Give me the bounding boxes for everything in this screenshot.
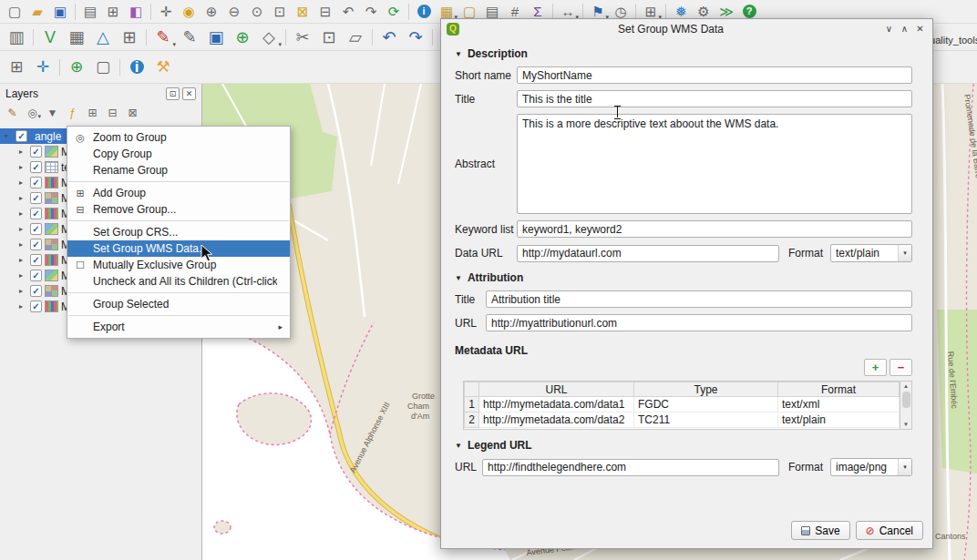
attribution-section-header[interactable]: ▼ Attribution [455,271,912,284]
menu-item-uncheck-children[interactable]: Uncheck and All its Children (Ctrl-click… [67,273,290,290]
options-wrench-icon[interactable]: ⚒ ▾ [150,55,176,80]
zoom-to-selection-icon[interactable]: ⊠ ▾ [292,2,314,22]
float-panel-icon[interactable]: ⊡ [166,87,180,100]
dialog-titlebar[interactable]: Q Set Group WMS Data ∨ ∧ ✕ [441,19,932,38]
add-vector-layer-icon[interactable]: V ▾ [37,25,63,49]
what-is-this-icon[interactable]: i ▾ [124,55,149,80]
layer-checkbox[interactable]: ✓ [15,130,27,142]
menu-item-zoom-to-group[interactable]: ◎ Zoom to Group [67,129,290,146]
save-button[interactable]: Save [791,521,849,540]
zoom-full-icon[interactable]: ⊡ ▾ [269,2,291,22]
layer-checkbox[interactable]: ✓ [30,270,42,281]
expand-all-icon[interactable]: ⊞ ▾ [84,104,101,121]
description-section-header[interactable]: ▼ Description [455,47,912,60]
attribution-url-input[interactable] [486,314,912,331]
identify-features-icon[interactable]: i ▾ [413,2,435,22]
menu-item-mutually-exclusive-group[interactable]: ☐ Mutually Exclusive Group [67,257,290,273]
metadata-table-row[interactable]: 1 http://mymetadata.com/data1 FGDC text/… [465,397,900,412]
pan-to-selection-icon[interactable]: ◉ ▾ [178,2,200,22]
menu-item-set-group-crs[interactable]: Set Group CRS... [67,224,290,240]
refresh-map-icon[interactable]: ⟳ ▾ [383,2,405,22]
style-manager-icon[interactable]: ◧ ▾ [125,2,147,22]
coordinate-capture-icon[interactable]: ✛ ▾ [30,55,56,80]
menu-item-group-selected[interactable]: Group Selected [67,296,290,312]
table-scrollbar[interactable]: ▲ ▼ [900,382,911,429]
url-cell[interactable]: http://mymetadata.com/data1 [479,397,634,412]
close-dialog-icon[interactable]: ✕ [913,24,927,34]
add-delimited-text-icon[interactable]: ⊞ ▾ [117,25,142,49]
duplicate-view-icon[interactable]: ⊞ ▾ [4,55,29,80]
open-layer-styling-icon[interactable]: ✎ ▾ [4,104,21,121]
type-cell[interactable]: FGDC [634,397,778,412]
add-raster-layer-icon[interactable]: ▦ ▾ [64,25,89,49]
data-url-format-combo[interactable]: text/plain ▾ [830,244,912,262]
zoom-out-icon[interactable]: ⊖ ▾ [223,2,245,22]
zoom-last-icon[interactable]: ↶ ▾ [337,2,359,22]
layer-checkbox[interactable]: ✓ [30,254,42,266]
format-cell[interactable]: text/plain [778,412,900,428]
type-cell[interactable]: TC211 [634,412,778,428]
metadata-table-row[interactable]: 2 http://mymetadata.com/data2 TC211 text… [465,412,900,428]
manage-map-themes-icon[interactable]: ◎ ▾ [24,104,41,121]
redo-icon[interactable]: ↷ ▾ [403,25,428,49]
title-input[interactable] [517,90,912,107]
open-project-icon[interactable]: ▰ ▾ [26,2,48,22]
cancel-button[interactable]: ⊘ Cancel [856,521,923,540]
zoom-native-icon[interactable]: ⊙ ▾ [246,2,268,22]
format-cell[interactable]: text/xml [778,397,900,412]
expander-icon[interactable]: ▸ [19,240,27,249]
current-edits-icon[interactable]: ✎ ▾ [150,25,176,49]
filter-by-expression-icon[interactable]: ƒ ▾ [64,104,81,121]
layer-checkbox[interactable]: ✓ [30,285,42,297]
data-source-manager-icon[interactable]: ▥ ▾ [4,25,29,49]
expander-icon[interactable]: ▸ [19,178,27,187]
layer-checkbox[interactable]: ✓ [30,239,42,250]
expander-icon[interactable]: ▸ [19,163,27,171]
add-mesh-layer-icon[interactable]: △ ▾ [90,25,116,49]
filter-legend-icon[interactable]: ▼ ▾ [44,104,61,121]
layer-checkbox[interactable]: ✓ [30,208,42,219]
short-name-input[interactable] [517,66,912,84]
new-print-layout-icon[interactable]: ▤ ▾ [79,2,101,22]
expander-icon[interactable]: ▸ [19,225,27,233]
expander-icon[interactable]: ▾ [5,132,13,140]
layer-checkbox[interactable]: ✓ [30,177,42,188]
scroll-down-icon[interactable]: ▼ [903,420,909,429]
new-project-icon[interactable]: ▢ ▾ [4,2,26,22]
legend-url-section-header[interactable]: ▼ Legend URL [455,439,912,452]
url-cell[interactable]: http://mymetadata.com/data2 [479,412,634,428]
add-feature-icon[interactable]: ⊕ ▾ [230,25,255,49]
toggle-editing-icon[interactable]: ✎ ▾ [177,25,202,49]
layer-checkbox[interactable]: ✓ [30,192,42,204]
expander-icon[interactable]: ▸ [19,287,27,295]
paste-features-icon[interactable]: ▱ ▾ [343,25,368,49]
add-annotation-icon[interactable]: ⊕ ▾ [64,55,89,80]
menu-item-remove-group[interactable]: ⊟ Remove Group... [67,201,290,218]
cut-features-icon[interactable]: ✂ ▾ [290,25,315,49]
save-edits-icon[interactable]: ▣ ▾ [203,25,229,49]
layer-checkbox[interactable]: ✓ [30,223,42,235]
legend-format-combo[interactable]: image/png ▾ [830,458,912,476]
layer-checkbox[interactable]: ✓ [30,300,42,312]
scrollbar-thumb[interactable] [902,392,910,408]
pan-map-icon[interactable]: ✛ ▾ [155,2,177,22]
vertex-tool-icon[interactable]: ◇ ▾ [256,25,282,49]
remove-metadata-row-button[interactable]: − [890,359,912,376]
collapse-all-icon[interactable]: ⊟ ▾ [104,104,121,121]
data-url-input[interactable] [517,245,779,262]
zoom-to-layer-icon[interactable]: ⊟ ▾ [314,2,336,22]
abstract-textarea[interactable]: This is a more descriptive text aboout t… [517,114,912,214]
keyword-list-input[interactable] [517,220,912,238]
expander-icon[interactable]: ▸ [19,209,27,218]
attribution-title-input[interactable] [486,290,912,308]
select-annotation-icon[interactable]: ▢ ▾ [90,55,116,80]
close-panel-icon[interactable]: ✕ [182,87,196,100]
legend-url-input[interactable] [482,459,779,476]
save-project-icon[interactable]: ▣ ▾ [49,2,71,22]
layer-checkbox[interactable]: ✓ [30,146,42,158]
menu-item-add-group[interactable]: ⊞ Add Group [67,185,290,201]
remove-layer-icon[interactable]: ⊠ ▾ [124,104,141,121]
dock-down-icon[interactable]: ∨ [882,24,896,34]
expander-icon[interactable]: ▸ [19,194,27,202]
menu-item-set-group-wms-data[interactable]: Set Group WMS Data... [67,240,290,257]
